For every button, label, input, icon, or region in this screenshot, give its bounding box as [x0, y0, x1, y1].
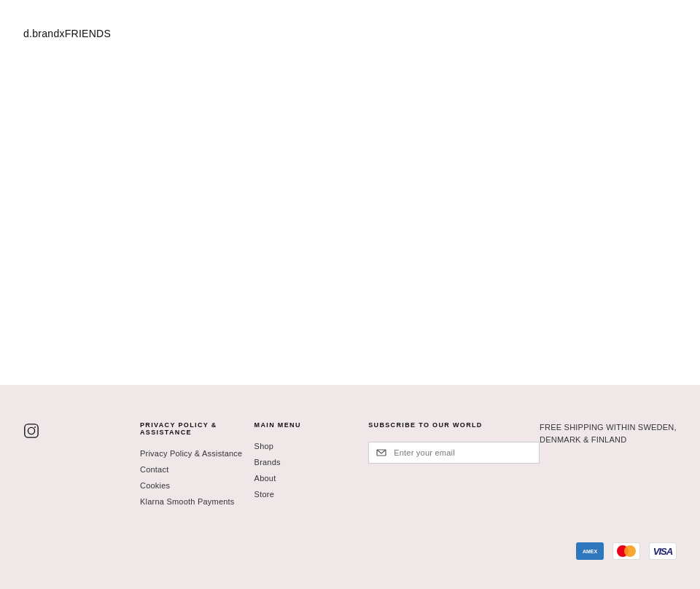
footer-columns: PRIVACY POLICY & ASSISTANCE Privacy Poli… [23, 421, 677, 520]
menu-col-title: MAIN MENU [254, 421, 369, 429]
cookies-link[interactable]: Cookies [140, 481, 254, 490]
main-content: d.brandxFRIENDS [0, 0, 700, 385]
visa-icon: VISA [649, 542, 677, 560]
footer-subscribe-col: SUBSCRIBE TO OUR WORLD [368, 421, 540, 520]
subscribe-col-title: SUBSCRIBE TO OUR WORLD [368, 421, 540, 429]
amex-icon: AMEX [576, 542, 604, 560]
svg-point-2 [34, 426, 36, 428]
footer-bottom: AMEX VISA [23, 542, 677, 560]
about-link[interactable]: About [254, 474, 369, 483]
footer-social [23, 421, 140, 520]
brand-logo: d.brandxFRIENDS [23, 28, 111, 39]
email-input[interactable] [394, 442, 539, 463]
envelope-icon [369, 443, 394, 462]
instagram-link[interactable] [23, 423, 39, 442]
shipping-text: FREE SHIPPING WITHIN SWEDEN, DENMARK & F… [540, 421, 677, 445]
svg-rect-0 [25, 424, 38, 437]
footer-shipping-col: FREE SHIPPING WITHIN SWEDEN, DENMARK & F… [540, 421, 677, 520]
klarna-link[interactable]: Klarna Smooth Payments [140, 497, 254, 506]
mastercard-icon [612, 542, 640, 560]
footer-privacy-col: PRIVACY POLICY & ASSISTANCE Privacy Poli… [140, 421, 254, 520]
shop-link[interactable]: Shop [254, 442, 369, 450]
privacy-policy-link[interactable]: Privacy Policy & Assistance [140, 449, 254, 458]
svg-point-1 [28, 427, 34, 434]
subscribe-form [368, 442, 540, 464]
footer: PRIVACY POLICY & ASSISTANCE Privacy Poli… [0, 385, 700, 589]
privacy-col-title: PRIVACY POLICY & ASSISTANCE [140, 421, 254, 436]
instagram-icon [23, 423, 39, 439]
footer-menu-col: MAIN MENU Shop Brands About Store [254, 421, 369, 520]
store-link[interactable]: Store [254, 490, 369, 499]
contact-link[interactable]: Contact [140, 465, 254, 474]
brands-link[interactable]: Brands [254, 458, 369, 467]
